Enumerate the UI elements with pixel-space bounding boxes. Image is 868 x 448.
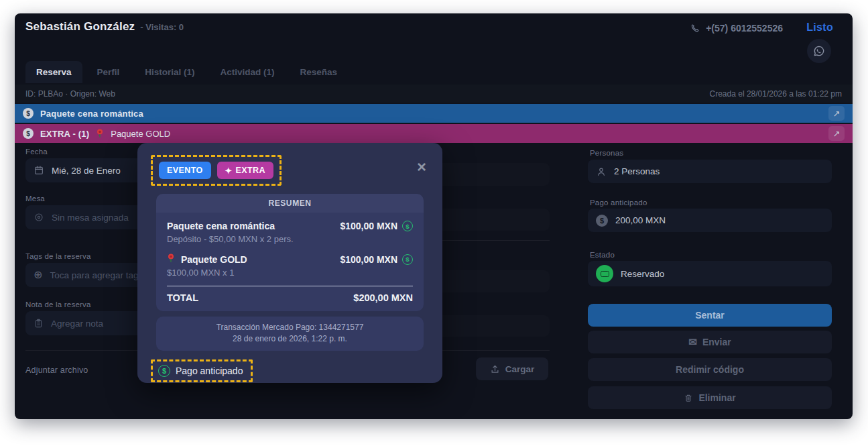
coin-icon: $ bbox=[596, 215, 608, 227]
customer-name: Sebastián González bbox=[25, 20, 135, 34]
resumen-panel: RESUMEN Paquete cena romántica $100,00 M… bbox=[156, 194, 424, 311]
cargar-button[interactable]: Cargar bbox=[476, 357, 548, 380]
fecha-value: Mié, 28 de Enero bbox=[52, 166, 121, 176]
money-icon: $ bbox=[23, 128, 34, 139]
badges-highlight: EVENTO ✦ EXTRA bbox=[151, 155, 282, 186]
reserved-status-icon bbox=[596, 265, 613, 282]
mesa-value: Sin mesa asignada bbox=[52, 213, 129, 223]
note-icon bbox=[34, 318, 44, 329]
fecha-label: Fecha bbox=[25, 148, 48, 156]
reservation-window: Sebastián González - Visitas: 0 +(57) 60… bbox=[15, 13, 853, 419]
total-divider bbox=[167, 286, 413, 286]
estado-label: Estado bbox=[590, 251, 615, 259]
close-icon[interactable]: × bbox=[417, 159, 426, 175]
transaction-id: Transacción Mercado Pago: 1344271577 bbox=[163, 322, 417, 333]
event-banner[interactable]: $ Paquete cena romántica ↗ bbox=[15, 104, 853, 123]
total-row: TOTAL $200,00 MXN bbox=[167, 292, 413, 303]
mail-icon: ✉ bbox=[688, 336, 697, 348]
paid-money-icon: $ bbox=[402, 254, 413, 265]
transaction-date: 28 de enero de 2026, 1:22 p. m. bbox=[163, 333, 417, 345]
enviar-button[interactable]: ✉ Enviar bbox=[588, 331, 832, 353]
whatsapp-icon bbox=[812, 44, 826, 58]
reservation-meta-bar: ID: PLBAo · Origen: Web Creada el 28/01/… bbox=[15, 85, 853, 103]
resumen-item-row: Paquete GOLD $100,00 MXN $ bbox=[167, 254, 413, 265]
sparkle-icon: ✦ bbox=[225, 166, 233, 176]
phone-number: +(57) 6012552526 bbox=[706, 23, 783, 34]
trash-icon bbox=[684, 393, 693, 403]
transaction-info: Transacción Mercado Pago: 1344271577 28 … bbox=[156, 317, 424, 351]
extra-badge-label: EXTRA bbox=[235, 166, 265, 175]
cargar-label: Cargar bbox=[505, 364, 535, 374]
tags-label: Tags de la reserva bbox=[25, 252, 91, 260]
tab-actividad[interactable]: Actividad (1) bbox=[210, 61, 286, 83]
eliminar-button[interactable]: Eliminar bbox=[588, 386, 832, 409]
paid-money-icon: $ bbox=[402, 221, 413, 231]
status-ready-label[interactable]: Listo bbox=[806, 21, 833, 34]
phone-icon bbox=[690, 23, 700, 34]
whatsapp-button[interactable] bbox=[807, 39, 831, 63]
visits-count: - Visitas: 0 bbox=[140, 22, 184, 32]
sentar-button[interactable]: Sentar bbox=[588, 304, 832, 327]
external-link-icon[interactable]: ↗ bbox=[828, 126, 845, 141]
nota-label: Nota de la reserva bbox=[25, 300, 91, 309]
add-circle-icon: ⊕ bbox=[34, 270, 42, 280]
calendar-icon bbox=[34, 165, 44, 176]
extra-banner-prefix: EXTRA - (1) bbox=[40, 129, 89, 139]
money-icon: $ bbox=[23, 108, 34, 119]
table-icon bbox=[34, 212, 44, 223]
personas-value: 2 Personas bbox=[614, 166, 660, 176]
customer-phone[interactable]: +(57) 6012552526 bbox=[690, 23, 783, 34]
pago-value: 200,00 MXN bbox=[615, 215, 666, 225]
redimir-button[interactable]: Redimir código bbox=[588, 358, 832, 381]
eliminar-label: Eliminar bbox=[698, 392, 735, 403]
rose-icon bbox=[96, 129, 104, 138]
tab-historial[interactable]: Historial (1) bbox=[134, 61, 205, 83]
total-value: $200,00 MXN bbox=[353, 292, 413, 303]
tags-placeholder: Toca para agregar tags bbox=[50, 270, 143, 280]
extra-badge: ✦ EXTRA bbox=[217, 162, 273, 179]
rose-icon bbox=[167, 254, 175, 263]
enviar-label: Enviar bbox=[702, 337, 731, 347]
tab-reserva[interactable]: Reserva bbox=[25, 61, 82, 83]
nota-placeholder: Agregar nota bbox=[51, 319, 103, 329]
tab-bar: Reserva Perfil Historial (1) Actividad (… bbox=[25, 61, 348, 83]
pago-anticipado-highlight: $ Pago anticipado bbox=[151, 359, 253, 382]
mesa-label: Mesa bbox=[25, 194, 45, 203]
external-link-icon[interactable]: ↗ bbox=[828, 106, 845, 121]
item-name: Paquete GOLD bbox=[181, 254, 247, 265]
paid-money-icon: $ bbox=[158, 365, 170, 377]
evento-badge: EVENTO bbox=[159, 162, 211, 179]
person-icon bbox=[596, 166, 607, 177]
item-detail: $100,00 MXN x 1 bbox=[167, 268, 413, 278]
upload-icon bbox=[490, 364, 500, 374]
pago-field[interactable]: $ 200,00 MXN bbox=[588, 209, 832, 232]
estado-value: Reservado bbox=[621, 269, 664, 279]
payment-summary-modal: × EVENTO ✦ EXTRA RESUMEN Paquete cena ro… bbox=[137, 143, 442, 383]
pago-label: Pago anticipado bbox=[590, 199, 647, 207]
extra-banner-label: Paquete GOLD bbox=[111, 129, 170, 139]
tab-perfil[interactable]: Perfil bbox=[86, 61, 131, 83]
extra-banner[interactable]: $ EXTRA - (1) Paquete GOLD ↗ bbox=[15, 124, 853, 143]
estado-field[interactable]: Reservado bbox=[588, 261, 832, 286]
reservation-id-origin: ID: PLBAo · Origen: Web bbox=[25, 89, 115, 99]
event-banner-label: Paquete cena romántica bbox=[40, 109, 143, 119]
resumen-title: RESUMEN bbox=[156, 194, 424, 213]
personas-label: Personas bbox=[590, 149, 623, 157]
item-detail: Depósito - $50,00 MXN x 2 pers. bbox=[167, 234, 413, 244]
adjuntar-label: Adjuntar archivo bbox=[25, 366, 88, 375]
total-label: TOTAL bbox=[167, 292, 198, 303]
item-price: $100,00 MXN bbox=[340, 221, 397, 231]
item-name: Paquete cena romántica bbox=[167, 221, 275, 231]
resumen-item-row: Paquete cena romántica $100,00 MXN $ bbox=[167, 221, 413, 231]
customer-header: Sebastián González - Visitas: 0 bbox=[25, 20, 184, 34]
tab-resenas[interactable]: Reseñas bbox=[290, 61, 349, 83]
pago-anticipado-chip: Pago anticipado bbox=[176, 366, 243, 376]
personas-field[interactable]: 2 Personas bbox=[588, 160, 832, 183]
item-price: $100,00 MXN bbox=[340, 254, 397, 265]
reservation-created-at: Creada el 28/01/2026 a las 01:22 pm bbox=[710, 89, 842, 99]
